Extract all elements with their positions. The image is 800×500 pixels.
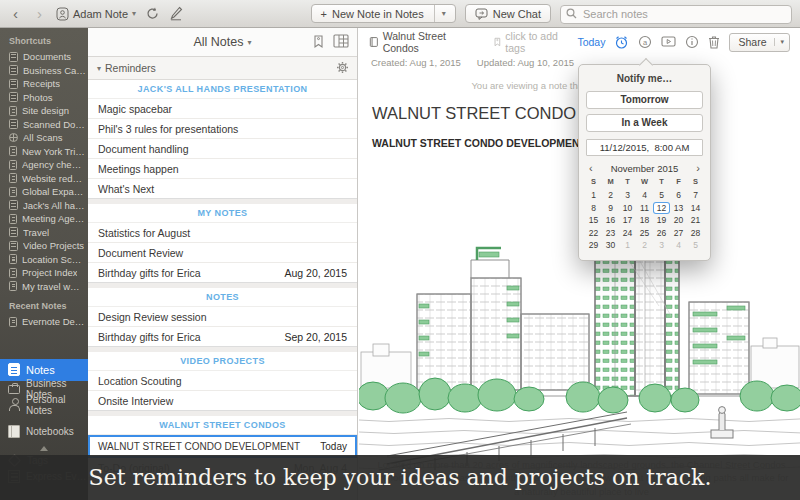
calendar-day[interactable]: 20 [670,214,687,227]
calendar-day[interactable]: 26 [653,227,670,240]
calendar-day[interactable]: 4 [636,189,653,202]
new-note-dropdown[interactable]: ▾ [442,9,446,18]
cards-view-icon[interactable] [333,34,349,48]
calendar-day[interactable]: 1 [585,189,602,202]
note-list-item[interactable]: Onsite Interview [88,391,357,410]
pen-icon[interactable] [169,6,183,21]
calendar-day[interactable]: 21 [687,214,704,227]
calendar-day[interactable]: 6 [670,189,687,202]
note-list-item[interactable]: What's Next [88,179,357,198]
calendar-prev-button[interactable]: ‹ [587,162,595,174]
back-button[interactable]: ‹ [8,5,23,23]
sidebar-item-photos[interactable]: Photos [0,91,88,105]
sidebar-item-notebooks[interactable]: Notebooks [0,422,88,442]
calendar-day[interactable]: 29 [585,239,602,252]
calendar-day[interactable]: 27 [670,227,687,240]
calendar-day[interactable]: 4 [670,239,687,252]
add-tags-field[interactable]: click to add tags [493,30,572,54]
calendar-day[interactable]: 12 [653,202,670,215]
calendar-day[interactable]: 8 [585,202,602,215]
sidebar-item-business-cards[interactable]: Business Cards [0,64,88,78]
calendar-day[interactable]: 5 [653,189,670,202]
sidebar-item-site-design[interactable]: Site design [0,104,88,118]
remind-in-a-week-button[interactable]: In a Week [586,114,703,132]
sidebar-item-documents[interactable]: Documents [0,50,88,64]
calendar-day[interactable]: 9 [602,202,619,215]
trash-icon[interactable] [708,35,720,49]
tag-filter-icon[interactable] [312,34,325,49]
note-list-item[interactable]: Meetings happen [88,159,357,179]
sidebar-item-video-projects[interactable]: Video Projects [0,239,88,253]
search-input[interactable] [560,5,792,24]
sidebar-item-meeting-age[interactable]: Meeting Age… [0,212,88,226]
calendar-day[interactable]: 10 [619,202,636,215]
note-list-item[interactable]: Statistics for August [88,223,357,243]
new-note-button[interactable]: + New Note in Notes ▾ [311,4,456,23]
calendar-day[interactable]: 17 [619,214,636,227]
calendar-day[interactable]: 15 [585,214,602,227]
sidebar-item-new-york-tri[interactable]: New York Tri… [0,145,88,159]
calendar-day[interactable]: 11 [636,202,653,215]
calendar-day[interactable]: 3 [653,239,670,252]
gear-icon[interactable] [336,61,349,74]
account-switcher[interactable]: Adam Note ▾ [56,7,136,21]
reminder-alarm-icon[interactable] [614,35,629,50]
forward-button[interactable]: › [32,5,47,23]
calendar-day[interactable]: 25 [636,227,653,240]
sidebar-item-location-sc[interactable]: Location Sc… [0,253,88,267]
calendar-day[interactable]: 19 [653,214,670,227]
sidebar-item-global-expa[interactable]: Global Expa… [0,185,88,199]
sidebar-item-receipts[interactable]: Receipts [0,77,88,91]
sidebar-item-all-scans[interactable]: All Scans [0,131,88,145]
calendar-day[interactable]: 24 [619,227,636,240]
calendar-day[interactable]: 7 [687,189,704,202]
remind-tomorrow-button[interactable]: Tomorrow [586,91,703,109]
reminder-datetime-input[interactable] [586,139,703,156]
note-list-item[interactable]: Design Review session [88,307,357,327]
calendar-day[interactable]: 22 [585,227,602,240]
sidebar-item-label: Travel [23,227,49,238]
sidebar-item-travel[interactable]: Travel [0,226,88,240]
sidebar-item-personal-notes[interactable]: Personal Notes [0,397,88,413]
sidebar-item-jack-s-all-ha[interactable]: Jack's All ha… [0,199,88,213]
calendar-day[interactable]: 18 [636,214,653,227]
calendar-day[interactable]: 3 [619,189,636,202]
reminder-date-label[interactable]: Today [577,36,605,48]
sidebar-item-my-travel-w[interactable]: My travel w… [0,280,88,294]
sync-icon[interactable] [145,6,160,21]
sidebar-item-scanned-do[interactable]: Scanned Do… [0,118,88,132]
share-button[interactable]: Share ▾ [729,33,790,52]
calendar-day[interactable]: 14 [687,202,704,215]
info-icon[interactable] [685,35,699,49]
note-list-item[interactable]: Phil's 3 rules for presentations [88,119,357,139]
sidebar-item-agency-che[interactable]: Agency che… [0,158,88,172]
book-icon [8,425,20,438]
calendar-day[interactable]: 28 [687,227,704,240]
calendar-day[interactable]: 16 [602,214,619,227]
new-chat-button[interactable]: New Chat [465,4,551,23]
share-dropdown[interactable]: ▾ [774,38,789,46]
annotate-icon[interactable]: a [638,35,652,49]
sidebar-item-website-red[interactable]: Website red… [0,172,88,186]
sidebar-item-evernote-de[interactable]: Evernote De… [0,315,88,329]
note-list-item[interactable]: Birthday gifts for EricaSep 20, 2015 [88,327,357,346]
calendar-next-button[interactable]: › [694,162,702,174]
calendar-day[interactable]: 30 [602,239,619,252]
calendar-day[interactable]: 2 [602,189,619,202]
calendar-day[interactable]: 1 [619,239,636,252]
notebook-selector[interactable]: Walnut Street Condos [369,30,473,54]
note-list-item[interactable]: Document Review [88,243,357,263]
calendar-day[interactable]: 5 [687,239,704,252]
note-list-item[interactable]: Document handling [88,139,357,159]
calendar-day[interactable]: 13 [670,202,687,215]
sidebar-item-project-index[interactable]: Project Index [0,266,88,280]
note-list-item[interactable]: Birthday gifts for EricaAug 20, 2015 [88,263,357,282]
present-icon[interactable] [661,35,676,49]
calendar-day[interactable]: 23 [602,227,619,240]
notes-filter-dropdown[interactable]: All Notes ▾ [193,35,251,49]
calendar-day[interactable]: 2 [636,239,653,252]
note-list-item[interactable]: Location Scouting [88,371,357,391]
reminders-section-toggle[interactable]: ▾ Reminders [88,57,357,80]
note-list-item[interactable]: Magic spacebar [88,99,357,119]
sidebar-item-label: Agency che… [22,159,81,170]
